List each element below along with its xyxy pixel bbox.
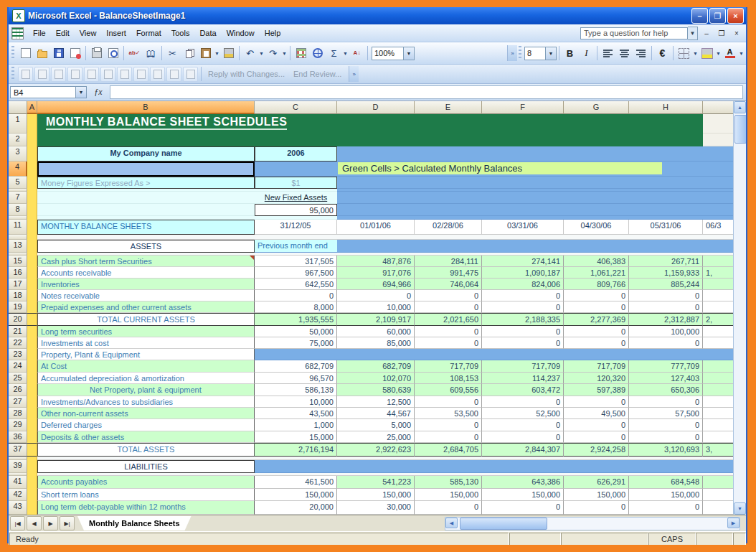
label-investments-at-cost[interactable]: Investments at cost — [37, 337, 255, 349]
redo-dropdown-icon[interactable]: ▼ — [281, 46, 288, 61]
total-37-C[interactable]: 2,716,194 — [255, 443, 337, 457]
value-25-F[interactable]: 114,237 — [482, 373, 564, 384]
cell-A16[interactable] — [27, 267, 37, 279]
row-header-25[interactable]: 25 — [9, 373, 27, 384]
value-24-G[interactable]: 717,709 — [564, 360, 629, 373]
menu-view[interactable]: View — [75, 27, 102, 39]
reviewing-toolbar-grip[interactable] — [11, 67, 14, 81]
row-header-28[interactable]: 28 — [9, 408, 27, 419]
redo-button[interactable]: ↷ — [265, 46, 280, 61]
value-36-D[interactable]: 25,000 — [337, 431, 415, 443]
font-size-dropdown-icon[interactable]: ▼ — [546, 47, 557, 60]
column-header-G[interactable]: G — [564, 101, 629, 114]
merge-workbooks-button[interactable] — [117, 67, 132, 82]
total-20-E[interactable]: 2,021,650 — [415, 313, 482, 326]
value-42-I[interactable] — [703, 489, 734, 501]
value-18-H[interactable]: 0 — [629, 290, 703, 301]
menu-data[interactable]: Data — [194, 27, 221, 39]
track-changes-button[interactable] — [100, 67, 115, 82]
value-25-G[interactable]: 120,320 — [564, 373, 629, 384]
value-42-G[interactable]: 150,000 — [564, 489, 629, 501]
cell-A13[interactable] — [27, 240, 37, 253]
save-button[interactable] — [51, 46, 66, 61]
reject-change-button[interactable] — [84, 67, 99, 82]
insert-hyperlink-button[interactable] — [293, 46, 308, 61]
value-25-E[interactable]: 108,153 — [415, 373, 482, 384]
value-19-C[interactable]: 8,000 — [255, 301, 337, 313]
cell-A3[interactable] — [27, 146, 37, 162]
hidden-row-left[interactable] — [37, 235, 337, 240]
row-header-29[interactable]: 29 — [9, 419, 27, 431]
value-15-H[interactable]: 267,711 — [629, 256, 703, 267]
value-43-I[interactable] — [703, 501, 734, 515]
next-change-button[interactable] — [51, 67, 66, 82]
total-20-H[interactable]: 2,312,887 — [629, 313, 703, 326]
label-deposits-other-assets[interactable]: Deposits & other assets — [37, 431, 255, 443]
value-41-C[interactable]: 461,500 — [255, 476, 337, 489]
value-22-D[interactable]: 85,000 — [337, 337, 415, 349]
cell-A27[interactable] — [27, 396, 37, 408]
money-unit-cell[interactable]: $1 — [255, 177, 337, 189]
date-cell-G[interactable]: 04/30/06 — [564, 220, 629, 235]
date-cell-E[interactable]: 02/28/06 — [415, 220, 482, 235]
value-21-H[interactable]: 100,000 — [629, 326, 703, 337]
value-19-G[interactable]: 0 — [564, 301, 629, 313]
menu-insert[interactable]: Insert — [101, 27, 131, 39]
restore-button[interactable]: ❐ — [709, 8, 726, 24]
total-20-I[interactable]: 2, — [703, 313, 734, 326]
value-24-F[interactable]: 717,709 — [482, 360, 564, 373]
row-header-12[interactable] — [9, 235, 27, 240]
total-label-total-assets[interactable]: TOTAL ASSETS — [37, 443, 255, 457]
sort-ascending-button[interactable]: A↓ — [349, 46, 364, 61]
value-15-I[interactable] — [703, 256, 734, 267]
row-header-43[interactable]: 43 — [9, 501, 27, 515]
paste-button[interactable] — [198, 46, 213, 61]
value-16-D[interactable]: 917,076 — [337, 267, 415, 279]
value-21-F[interactable]: 0 — [482, 326, 564, 337]
value-28-D[interactable]: 44,567 — [337, 408, 415, 419]
value-27-C[interactable]: 10,000 — [255, 396, 337, 408]
value-19-D[interactable]: 10,000 — [337, 301, 415, 313]
blue-band-cell[interactable]: Green Cells > Calculated Monthly Balance… — [255, 162, 734, 177]
help-search-input[interactable]: Type a question for help — [580, 27, 688, 39]
paste-dropdown-icon[interactable]: ▼ — [214, 46, 220, 61]
cell-A24[interactable] — [27, 360, 37, 373]
value-29-C[interactable]: 1,000 — [255, 419, 337, 431]
value-42-E[interactable]: 150,000 — [415, 489, 482, 501]
cell-A36[interactable] — [27, 431, 37, 443]
value-28-I[interactable] — [703, 408, 734, 419]
value-15-F[interactable]: 274,141 — [482, 256, 564, 267]
minimize-button[interactable]: – — [691, 8, 708, 24]
value-36-G[interactable]: 0 — [564, 431, 629, 443]
zoom-select[interactable]: 100% — [372, 47, 404, 60]
sheet-tab-monthly-balance-sheets[interactable]: Monthly Balance Sheets — [77, 516, 192, 530]
selected-cell-B4[interactable] — [37, 162, 255, 177]
cell-B7[interactable] — [37, 192, 255, 204]
cell-A21[interactable] — [27, 326, 37, 337]
row-header-17[interactable]: 17 — [9, 279, 27, 290]
comment-button[interactable] — [18, 67, 33, 82]
cell-A28[interactable] — [27, 408, 37, 419]
label-accounts-receivable[interactable]: Accounts receivable — [37, 267, 255, 279]
row-header-19[interactable]: 19 — [9, 301, 27, 313]
row-header-27[interactable]: 27 — [9, 396, 27, 408]
scroll-down-icon[interactable]: ▼ — [734, 502, 746, 515]
open-button[interactable] — [34, 46, 49, 61]
value-17-C[interactable]: 642,550 — [255, 279, 337, 290]
borders-button[interactable] — [676, 46, 691, 61]
value-28-C[interactable]: 43,500 — [255, 408, 337, 419]
value-27-H[interactable]: 0 — [629, 396, 703, 408]
value-41-D[interactable]: 541,223 — [337, 476, 415, 489]
value-43-G[interactable]: 0 — [564, 501, 629, 515]
align-left-button[interactable] — [600, 46, 615, 61]
label-prepaid-expenses-and-other-current-assets[interactable]: Prepaid expenses and other current asset… — [37, 301, 255, 313]
row-header-3[interactable]: 3 — [9, 146, 27, 162]
label-deferred-charges[interactable]: Deferred charges — [37, 419, 255, 431]
label-accounts-payables[interactable]: Accounts payables — [37, 476, 255, 489]
row-header-36[interactable]: 36 — [9, 431, 27, 443]
value-17-F[interactable]: 824,006 — [482, 279, 564, 290]
value-19-E[interactable]: 0 — [415, 301, 482, 313]
cell-A39[interactable] — [27, 460, 37, 473]
print-button[interactable] — [89, 46, 104, 61]
value-21-G[interactable]: 0 — [564, 326, 629, 337]
